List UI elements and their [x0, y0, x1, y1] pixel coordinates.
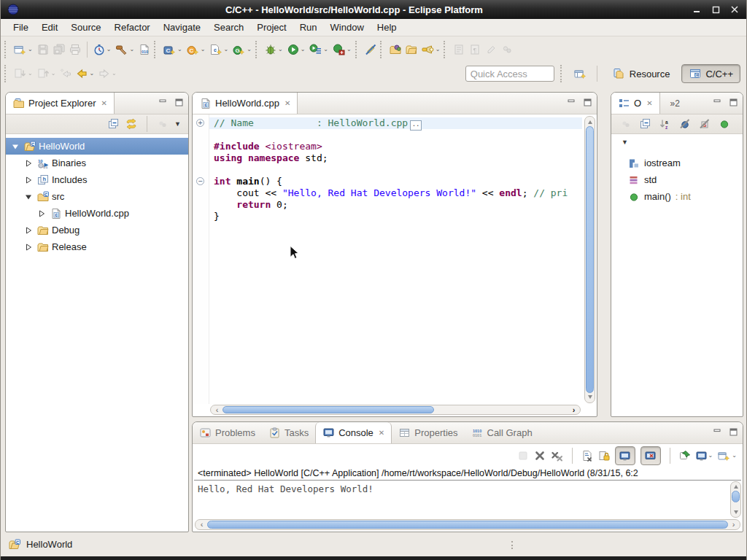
scroll-up-icon[interactable] — [588, 120, 592, 124]
scroll-left-icon[interactable]: ‹ — [212, 406, 222, 414]
code-line-4[interactable]: using namespace std; — [209, 152, 582, 164]
open-console-dropdown-icon[interactable]: ⌄ — [732, 453, 737, 459]
perspective-cpp-button[interactable]: C C/C++ — [681, 64, 740, 83]
forward-button[interactable]: ⌄ — [96, 64, 119, 83]
run-button[interactable]: ⌄ — [285, 40, 308, 59]
code-line-5[interactable] — [209, 164, 582, 176]
tree-item-helloworld[interactable]: CHelloWorld — [6, 138, 188, 155]
next-annotation-dropdown-icon[interactable]: ⌄ — [28, 71, 33, 77]
new-make-target-button[interactable]: G ⌄ — [231, 40, 254, 59]
toolbar-drag-handle[interactable] — [255, 41, 260, 58]
expand-arrow-icon[interactable] — [23, 176, 34, 184]
scroll-right-icon[interactable]: › — [729, 521, 738, 529]
tab-outline[interactable]: O ✕ — [611, 93, 660, 114]
console-vscrollbar[interactable] — [730, 481, 741, 518]
outline-item-iostream[interactable]: iostream — [611, 155, 743, 171]
maximize-editor-button[interactable] — [584, 98, 592, 106]
collapse-arrow-icon[interactable] — [10, 143, 20, 150]
save-button[interactable] — [35, 40, 51, 59]
pin-console-button[interactable] — [679, 450, 691, 462]
remove-all-terminated-button[interactable] — [551, 450, 563, 462]
open-perspective-button[interactable] — [572, 64, 589, 83]
code-line-9[interactable]: } — [209, 211, 582, 222]
stacked-views-badge[interactable]: »2 — [670, 98, 680, 109]
next-annotation-button[interactable]: ⌄ — [12, 64, 35, 83]
run-dropdown-icon[interactable]: ⌄ — [301, 47, 306, 52]
expand-arrow-icon[interactable] — [23, 227, 34, 234]
run-history-button[interactable]: ⌄ — [307, 40, 330, 59]
tab-properties[interactable]: Properties — [392, 422, 464, 443]
editor-vscrollbar[interactable] — [584, 116, 595, 403]
tab-call-graph[interactable]: 10100101Call Graph — [465, 422, 539, 443]
tree-item-includes[interactable]: hIncludes — [6, 171, 188, 188]
scroll-lock-button[interactable] — [598, 450, 610, 462]
tree-item-helloworld-cpp[interactable]: cHelloWorld.cpp — [6, 205, 188, 222]
close-outline-icon[interactable]: ✕ — [646, 99, 652, 107]
toolbar-drag-handle[interactable] — [4, 65, 9, 82]
close-editor-icon[interactable]: ✕ — [285, 99, 290, 107]
console-output[interactable]: Hello, Red Hat Developers World! — [194, 481, 728, 518]
menu-run[interactable]: Run — [293, 19, 324, 36]
maximize-view-button[interactable] — [175, 98, 183, 106]
display-console-dropdown-icon[interactable]: ⌄ — [708, 453, 713, 459]
back-button[interactable]: ⌄ — [74, 64, 96, 83]
maximize-window-button[interactable] — [708, 4, 723, 15]
perspective-resource-button[interactable]: Resource — [605, 64, 678, 83]
close-window-button[interactable] — [727, 4, 742, 15]
forward-dropdown-icon[interactable]: ⌄ — [112, 71, 117, 77]
hide-non-public-button[interactable] — [719, 118, 730, 130]
toolbar-drag-handle[interactable] — [4, 41, 9, 58]
open-console-button[interactable]: ⌄ — [718, 450, 737, 462]
maximize-console-button[interactable] — [729, 428, 738, 436]
console-hscrollbar[interactable]: ‹ › — [195, 519, 740, 530]
link-with-editor-button[interactable] — [125, 118, 137, 130]
build-dropdown-icon[interactable]: ⌄ — [129, 47, 134, 52]
scroll-left-icon[interactable]: ‹ — [197, 521, 206, 529]
toolbar-drag-handle[interactable] — [355, 41, 360, 58]
menu-file[interactable]: File — [7, 19, 35, 36]
menu-source[interactable]: Source — [64, 19, 107, 36]
last-edit-location-button[interactable] — [58, 64, 74, 83]
code-line-7[interactable]: cout << "Hello, Red Hat Developers World… — [209, 187, 582, 199]
pin-editor-button[interactable]: ¶ — [467, 40, 483, 59]
statusbar-drag-handle[interactable] — [511, 541, 515, 549]
tab-problems[interactable]: Problems — [193, 422, 262, 443]
toolbar-drag-handle[interactable] — [560, 65, 565, 82]
hide-static-members-button[interactable]: S — [699, 118, 711, 130]
toolbar-drag-handle[interactable] — [380, 41, 384, 58]
focus-button[interactable] — [620, 118, 632, 130]
new-make-target-dropdown-icon[interactable]: ⌄ — [247, 47, 252, 52]
profile-dropdown-icon[interactable]: ⌄ — [107, 47, 112, 52]
print-button[interactable] — [67, 40, 83, 59]
view-menu-icon[interactable]: ▼ — [622, 139, 628, 146]
maximize-outline-button[interactable] — [729, 98, 738, 106]
console-vscroll-thumb[interactable] — [732, 491, 740, 502]
toolbar-drag-handle[interactable] — [154, 41, 158, 58]
outline-item-std[interactable]: std — [611, 171, 743, 188]
previous-annotation-button[interactable]: ⌄ — [35, 64, 58, 83]
back-dropdown-icon[interactable]: ⌄ — [89, 71, 94, 77]
folded-region-box[interactable]: .. — [410, 120, 422, 131]
menu-refactor[interactable]: Refactor — [108, 19, 157, 36]
binary-file-button[interactable]: 010 — [136, 40, 152, 59]
debug-dropdown-icon[interactable]: ⌄ — [278, 47, 283, 52]
minimize-console-button[interactable] — [713, 428, 721, 436]
editor-hscroll-thumb[interactable] — [222, 406, 434, 413]
new-wizard-button[interactable]: ⌄ — [12, 40, 35, 59]
menu-navigate[interactable]: Navigate — [157, 19, 207, 36]
code-line-2[interactable] — [209, 129, 582, 141]
close-view-icon[interactable]: ✕ — [379, 429, 384, 437]
menu-search[interactable]: Search — [207, 19, 250, 36]
open-resource-button[interactable] — [387, 40, 403, 59]
scroll-down-icon[interactable] — [734, 510, 738, 514]
close-view-icon[interactable]: ✕ — [101, 99, 107, 107]
clear-console-button[interactable] — [581, 450, 593, 462]
view-menu-icon[interactable]: ▼ — [174, 120, 181, 128]
profile-button[interactable]: ⌄ — [91, 40, 114, 59]
coverage-dropdown-icon[interactable]: ⌄ — [347, 47, 352, 52]
code-area[interactable]: // Name : HelloWorld.cpp..#include <iost… — [209, 114, 582, 404]
menu-edit[interactable]: Edit — [35, 19, 64, 36]
tab-helloworld-cpp[interactable]: c HelloWorld.cpp ✕ — [193, 93, 298, 114]
remove-launch-button[interactable] — [534, 450, 546, 462]
quick-access-input[interactable] — [465, 66, 554, 82]
